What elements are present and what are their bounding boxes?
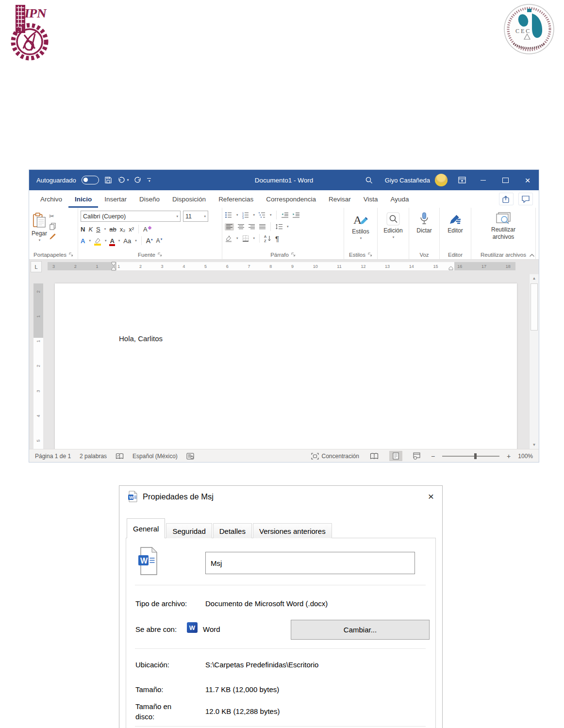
tab-revisar[interactable]: Revisar bbox=[322, 190, 357, 208]
share-icon[interactable] bbox=[499, 193, 514, 205]
tab-archivo[interactable]: Archivo bbox=[34, 190, 68, 208]
chevron-down-icon[interactable]: ▾ bbox=[253, 213, 255, 217]
tab-versiones-anteriores[interactable]: Versiones anteriores bbox=[253, 523, 332, 538]
tab-referencias[interactable]: Referencias bbox=[212, 190, 260, 208]
horizontal-ruler[interactable]: 321123456789101112131415161718 bbox=[48, 262, 515, 270]
chevron-down-icon[interactable]: ▾ bbox=[127, 178, 129, 182]
minimize-button[interactable] bbox=[472, 170, 494, 190]
collapse-ribbon-icon[interactable] bbox=[529, 253, 535, 257]
borders-icon[interactable] bbox=[242, 234, 249, 242]
search-icon[interactable] bbox=[359, 176, 379, 184]
tab-general[interactable]: General bbox=[127, 518, 165, 538]
avatar[interactable] bbox=[435, 174, 448, 186]
zoom-slider-thumb[interactable] bbox=[474, 453, 477, 459]
subscript-button[interactable]: x₂ bbox=[120, 226, 126, 233]
grow-font-button[interactable]: A▴ bbox=[146, 237, 153, 245]
numbering-icon[interactable]: 123 bbox=[242, 211, 249, 219]
vertical-scrollbar[interactable]: ▲ ▼ bbox=[529, 274, 539, 449]
indent-marker-right[interactable] bbox=[448, 266, 453, 270]
close-button[interactable]: × bbox=[516, 170, 539, 190]
comments-icon[interactable] bbox=[518, 193, 533, 205]
styles-button[interactable]: A Estilos ▾ bbox=[347, 211, 375, 240]
dialog-launcher-icon[interactable] bbox=[158, 252, 162, 257]
user-name[interactable]: Giyo Castañeda bbox=[379, 177, 430, 184]
multilevel-list-icon[interactable] bbox=[258, 211, 266, 219]
tab-disposicion[interactable]: Disposición bbox=[166, 190, 212, 208]
editing-button[interactable]: Edición ▾ bbox=[380, 211, 406, 239]
word-count[interactable]: 2 palabras bbox=[80, 453, 107, 460]
chevron-down-icon[interactable]: ▾ bbox=[270, 213, 272, 217]
decrease-indent-icon[interactable] bbox=[281, 212, 289, 219]
chevron-down-icon[interactable]: ▾ bbox=[135, 239, 137, 243]
filename-input[interactable] bbox=[205, 552, 415, 574]
chevron-down-icon[interactable]: ▾ bbox=[287, 225, 289, 229]
tab-detalles[interactable]: Detalles bbox=[213, 523, 252, 538]
tab-seguridad[interactable]: Seguridad bbox=[166, 523, 212, 538]
chevron-down-icon[interactable]: ▾ bbox=[236, 213, 238, 217]
web-layout-button[interactable] bbox=[410, 451, 424, 461]
scrollbar-thumb[interactable] bbox=[531, 283, 538, 331]
bullets-icon[interactable] bbox=[225, 211, 232, 219]
align-right-button[interactable] bbox=[248, 224, 255, 230]
clear-formatting-button[interactable]: A bbox=[143, 226, 152, 233]
tab-inicio[interactable]: Inicio bbox=[68, 190, 98, 208]
underline-button[interactable]: S bbox=[96, 226, 100, 233]
italic-button[interactable]: K bbox=[88, 226, 93, 233]
dialog-close-button[interactable]: × bbox=[428, 491, 434, 502]
tab-vista[interactable]: Vista bbox=[357, 190, 384, 208]
focus-mode-button[interactable]: Concentración bbox=[311, 453, 359, 460]
reuse-files-button[interactable]: Reutilizar archivos bbox=[474, 211, 533, 241]
copy-icon[interactable] bbox=[49, 223, 56, 230]
proofing-icon[interactable] bbox=[116, 453, 124, 460]
language-indicator[interactable]: Español (México) bbox=[133, 453, 178, 460]
zoom-out-button[interactable]: − bbox=[431, 452, 435, 460]
font-size-select[interactable]: 11 ▾ bbox=[183, 211, 208, 222]
dialog-launcher-icon[interactable] bbox=[368, 252, 372, 257]
tab-diseno[interactable]: Diseño bbox=[133, 190, 166, 208]
save-icon[interactable] bbox=[104, 176, 112, 184]
font-color-button[interactable]: A bbox=[110, 237, 114, 245]
tab-selector[interactable]: L bbox=[31, 261, 42, 272]
customize-toolbar-button[interactable]: ▾ bbox=[147, 178, 151, 182]
ribbon-display-options-icon[interactable] bbox=[452, 177, 472, 183]
editor-button[interactable]: Editor bbox=[442, 211, 468, 234]
format-painter-icon[interactable] bbox=[49, 233, 56, 240]
scroll-down-icon[interactable]: ▼ bbox=[530, 441, 539, 449]
dialog-launcher-icon[interactable] bbox=[291, 252, 296, 257]
superscript-button[interactable]: x² bbox=[129, 226, 134, 233]
cut-icon[interactable]: ✂ bbox=[49, 213, 56, 220]
increase-indent-icon[interactable] bbox=[292, 212, 300, 219]
tab-correspondencia[interactable]: Correspondencia bbox=[260, 190, 322, 208]
chevron-down-icon[interactable]: ▾ bbox=[253, 236, 255, 240]
chevron-down-icon[interactable]: ▾ bbox=[118, 239, 120, 243]
change-case-button[interactable]: Aa bbox=[123, 237, 131, 245]
text-effects-button[interactable]: A bbox=[81, 237, 85, 245]
redo-button[interactable] bbox=[134, 176, 142, 184]
strikethrough-button[interactable]: ab bbox=[109, 226, 116, 233]
align-center-button[interactable] bbox=[237, 224, 245, 230]
autosave-toggle[interactable] bbox=[82, 176, 99, 184]
read-mode-button[interactable] bbox=[366, 451, 382, 461]
zoom-in-button[interactable]: + bbox=[507, 452, 511, 460]
accessibility-icon[interactable] bbox=[186, 453, 194, 460]
undo-button[interactable]: ▾ bbox=[117, 176, 129, 184]
sort-icon[interactable]: AZ bbox=[264, 234, 272, 242]
bold-button[interactable]: N bbox=[81, 226, 85, 233]
chevron-down-icon[interactable]: ▾ bbox=[89, 239, 91, 243]
maximize-button[interactable] bbox=[494, 170, 516, 190]
font-name-select[interactable]: Calibri (Cuerpo) ▾ bbox=[81, 211, 181, 222]
align-left-button[interactable] bbox=[225, 223, 234, 231]
line-spacing-icon[interactable] bbox=[275, 223, 283, 230]
zoom-level[interactable]: 100% bbox=[518, 453, 533, 460]
vertical-ruler[interactable]: 2112345 bbox=[33, 283, 43, 449]
tab-ayuda[interactable]: Ayuda bbox=[384, 190, 415, 208]
chevron-down-icon[interactable]: ▾ bbox=[236, 236, 238, 240]
shading-icon[interactable] bbox=[225, 235, 232, 242]
tab-insertar[interactable]: Insertar bbox=[98, 190, 133, 208]
chevron-down-icon[interactable]: ▾ bbox=[105, 239, 107, 243]
shrink-font-button[interactable]: A▾ bbox=[156, 237, 163, 244]
dialog-launcher-icon[interactable] bbox=[69, 252, 73, 257]
zoom-slider[interactable] bbox=[442, 456, 499, 457]
print-layout-button[interactable] bbox=[389, 451, 402, 461]
chevron-down-icon[interactable]: ▾ bbox=[104, 227, 106, 231]
